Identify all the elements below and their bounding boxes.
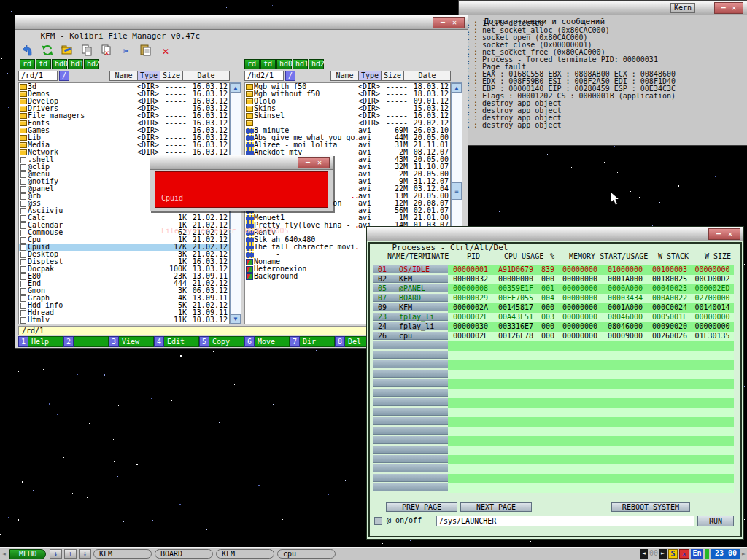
onoff-checkbox[interactable] (374, 517, 382, 525)
process-name-cell (373, 398, 448, 406)
right-path-field[interactable]: /hd2/1 (244, 71, 284, 81)
column-header-type[interactable]: Type (138, 71, 160, 81)
column-header-name[interactable]: Name (109, 71, 138, 81)
file-icon (20, 244, 26, 251)
task-button-kfm[interactable]: KFM (93, 549, 152, 559)
process-row-fplay_li[interactable]: 23fplay_li0000002F00A43F5100300000000080… (373, 313, 734, 322)
film-icon (246, 128, 254, 134)
fkey-7-dir[interactable]: 7Dir (290, 336, 335, 347)
settings-tray-icon[interactable]: S (668, 549, 678, 559)
task-button-cpu[interactable]: cpu (277, 549, 336, 559)
process-name-cell (373, 474, 448, 482)
close-icon[interactable]: ✕ (728, 229, 732, 239)
drive-button-rd[interactable]: rd (20, 59, 35, 69)
drive-button-hd2[interactable]: hd2 (84, 59, 99, 69)
fkey-4-edit[interactable]: 4Edit (154, 336, 199, 347)
restore-all-icon[interactable]: ↑ (64, 549, 77, 559)
drive-button-fd[interactable]: fd (260, 59, 276, 69)
close-icon[interactable]: ✕ (732, 3, 736, 13)
paste-icon[interactable] (139, 44, 152, 57)
language-indicator[interactable]: En (691, 549, 703, 559)
drive-button-hd2[interactable]: hd2 (309, 59, 324, 69)
left-path-field[interactable]: /rd/1 (18, 71, 58, 81)
fkey-3-view[interactable]: 3View (109, 336, 154, 347)
process-name-cell (373, 408, 448, 416)
reboot-system-button[interactable]: REBOOT SYSTEM (611, 502, 690, 512)
minimize-icon[interactable]: – (716, 229, 721, 239)
menu-button[interactable]: МЕНЮ (9, 549, 46, 559)
taskbar-right-arrow-icon[interactable]: ► (742, 551, 746, 557)
task-button-kfm[interactable]: KFM (216, 549, 274, 559)
task-button-board[interactable]: BOARD (155, 549, 213, 559)
next-page-button[interactable]: NEXT PAGE (460, 502, 532, 512)
close-all-tray-icon[interactable]: ✕ (679, 549, 689, 559)
drive-button-fd[interactable]: fd (36, 59, 51, 69)
drive-button-rd[interactable]: rd (244, 59, 260, 69)
svg-text:✕: ✕ (104, 48, 109, 57)
process-row-@panel[interactable]: 05@PANEL0000000800359E1F001000000000000A… (373, 284, 734, 294)
scroll-down-icon[interactable]: ▼ (231, 314, 241, 324)
scroll-up-icon[interactable]: ▲ (452, 83, 462, 93)
right-root-button[interactable]: / (285, 71, 295, 81)
drive-button-hd1[interactable]: hd1 (68, 59, 83, 69)
process-row-os/idle[interactable]: 01OS/IDLE00000001A91D0679839000000000100… (373, 265, 734, 275)
scroll-thumb[interactable]: ≡ (452, 182, 462, 200)
delete-file-icon[interactable]: ✕ (100, 44, 113, 57)
process-row-kfm[interactable]: 09KFM0000002A00145817000000000000001A000… (373, 303, 734, 313)
cpu-meter-next-icon[interactable]: ► (659, 549, 667, 559)
column-header-date[interactable]: Date (183, 71, 230, 81)
fkey-1-help[interactable]: 1Help (18, 336, 63, 347)
fkey-2[interactable]: 2 (63, 336, 109, 347)
minimize-icon[interactable]: – (721, 3, 726, 13)
minimize-all-icon[interactable]: ↓ (50, 549, 62, 559)
tray-green-bar (705, 549, 709, 559)
processes-titlebar[interactable]: Processes - Ctrl/Alt/Del (367, 227, 743, 241)
kern-tab-button[interactable]: Kern (670, 3, 695, 13)
cut-icon[interactable]: ✂ (120, 44, 133, 57)
folder-icon (20, 149, 27, 155)
column-header-size[interactable]: Size (382, 71, 404, 81)
column-header-type[interactable]: Type (359, 71, 382, 81)
process-row-kfm[interactable]: 02KFM0000003200000000000000000000001A000… (373, 275, 734, 284)
film-icon (246, 135, 254, 141)
close-icon[interactable]: ✕ (452, 18, 457, 28)
file-icon (20, 317, 26, 324)
refresh-icon[interactable] (41, 44, 54, 57)
process-row-fplay_li[interactable]: 24fplay_li00000030003316E700000000000080… (373, 322, 734, 332)
drive-button-hd0[interactable]: hd0 (52, 59, 67, 69)
folder-icon (20, 98, 27, 104)
drive-button-hd0[interactable]: hd0 (276, 59, 292, 69)
fkey-5-copy[interactable]: 5Copy (199, 336, 244, 347)
close-icon[interactable]: ✕ (317, 158, 322, 168)
cpu-meter-prev-icon[interactable]: ◄ (640, 549, 648, 559)
column-header-date[interactable]: Date (404, 71, 451, 81)
run-path-input[interactable] (436, 516, 694, 526)
minimize-icon[interactable]: – (441, 18, 445, 28)
drive-button-hd1[interactable]: hd1 (293, 59, 308, 69)
delete-icon[interactable]: ✕ (159, 44, 172, 57)
file-row[interactable]: Htmlv11K10.03.12 (19, 316, 229, 324)
fkey-6-move[interactable]: 6Move (244, 336, 290, 347)
mouse-cursor (610, 191, 622, 210)
minimize-icon[interactable]: – (306, 158, 310, 168)
column-header-size[interactable]: Size (160, 71, 183, 81)
arrange-icon[interactable]: ↕ (79, 549, 91, 559)
file-icon (20, 171, 26, 178)
scroll-up-icon[interactable]: ▲ (231, 83, 241, 93)
kfm-titlebar[interactable]: KFM - Kolibri File Manager v0.47c (15, 15, 468, 30)
prev-page-button[interactable]: PREV PAGE (386, 502, 457, 512)
clock[interactable]: 23 00 (711, 549, 740, 559)
run-button[interactable]: RUN (697, 516, 734, 526)
new-folder-icon[interactable] (61, 44, 74, 57)
process-row-board[interactable]: 07BOARD0000002900EE705500400000000000034… (373, 294, 734, 303)
file-icon (20, 215, 26, 222)
process-row-cpu[interactable]: 26cpu0000002E00126F780000000000000009000… (373, 332, 734, 341)
file-icon (20, 288, 26, 295)
debug-board-titlebar[interactable]: Доска отладки и сообщений (459, 1, 747, 15)
taskbar-left-arrow-icon[interactable]: ◄ (2, 551, 6, 557)
up-icon[interactable] (21, 44, 34, 57)
process-name-cell (373, 436, 448, 444)
copy-icon[interactable] (80, 44, 93, 57)
column-header-name[interactable]: Name (330, 71, 359, 81)
left-root-button[interactable]: / (59, 71, 69, 81)
